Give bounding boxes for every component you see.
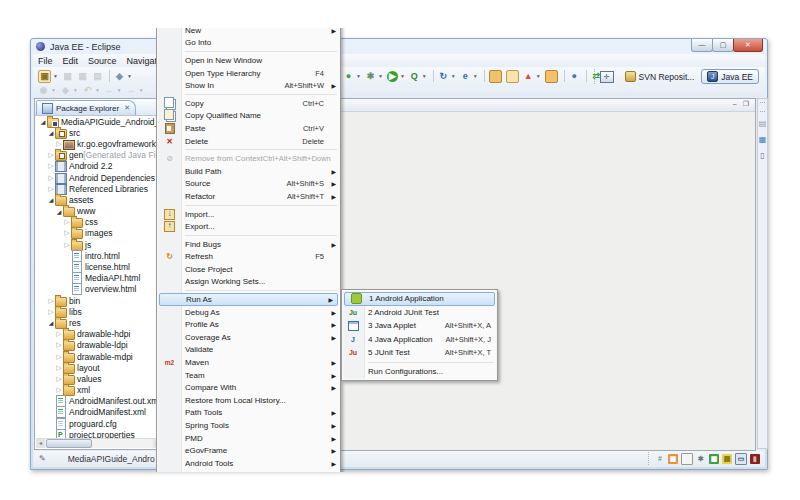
outline-icon[interactable]: ▦ — [758, 135, 767, 144]
expand-arrow-icon[interactable]: ▷ — [63, 218, 71, 226]
expand-arrow-icon[interactable]: ▷ — [55, 140, 63, 148]
collapse-arrow-icon[interactable]: ◢ — [55, 208, 63, 215]
tree-item-androidmanifest-out-xm[interactable]: AndroidManifest.out.xm — [36, 396, 162, 407]
menu-item-spring-tools[interactable]: Spring Tools▶ — [157, 419, 340, 432]
expand-arrow-icon[interactable]: ▷ — [47, 162, 55, 170]
expand-arrow-icon[interactable]: ▷ — [55, 375, 63, 383]
status-icon-5[interactable]: ▦ — [709, 454, 719, 464]
palette-icon[interactable]: ▯ — [758, 151, 767, 160]
expand-arrow-icon[interactable]: ▷ — [47, 297, 55, 305]
browser-icon[interactable]: e▼ — [459, 70, 479, 83]
printer-icon[interactable]: ▤ — [758, 119, 767, 128]
submenu-item-2-android-junit-test[interactable]: Ju2 Android JUnit Test — [342, 306, 497, 320]
menu-item-show-in[interactable]: Show InAlt+Shift+W▶ — [157, 79, 340, 92]
menu-item-open-in-new-window[interactable]: Open in New Window — [157, 54, 340, 67]
run-icon[interactable]: ▶▼ — [386, 70, 406, 83]
menu-item-refactor[interactable]: RefactorAlt+Shift+T▶ — [157, 190, 340, 203]
submenu-item-3-java-applet[interactable]: 3 Java AppletAlt+Shift+X, A — [342, 319, 497, 333]
collapse-arrow-icon[interactable]: ◢ — [47, 319, 55, 326]
expand-arrow-icon[interactable]: ▷ — [55, 341, 63, 349]
tree-item-mediaapi-html[interactable]: MediaAPI.html — [36, 273, 162, 284]
tree-item-xml[interactable]: ▷xml — [36, 385, 162, 396]
tree-item-android-dependencies[interactable]: ▷Android Dependencies — [36, 172, 162, 183]
collapse-arrow-icon[interactable]: ◢ — [39, 118, 47, 125]
tree-item-project-properties[interactable]: project.properties — [36, 429, 162, 438]
menu-item-android-tools[interactable]: Android Tools▶ — [157, 457, 340, 470]
world-icon[interactable]: ● — [568, 70, 581, 83]
tree-item-intro-html[interactable]: intro.html — [36, 250, 162, 261]
tree-item-android-2-2[interactable]: ▷Android 2.2 — [36, 161, 162, 172]
menu-item-paste[interactable]: PasteCtrl+V — [157, 122, 340, 135]
status-icon-4[interactable]: ✱ — [696, 454, 706, 464]
tree-item-layout[interactable]: ▷layout — [36, 362, 162, 373]
menu-item-team[interactable]: Team▶ — [157, 369, 340, 382]
menu-item-assign-working-sets---[interactable]: Assign Working Sets... — [157, 276, 340, 289]
perspective-tab-svn-reposit---[interactable]: SVN Reposit... — [620, 70, 700, 83]
menu-item-egovframe[interactable]: eGovFrame▶ — [157, 444, 340, 457]
collapse-arrow-icon[interactable]: ◢ — [47, 129, 55, 136]
expand-arrow-icon[interactable]: ▷ — [63, 241, 71, 249]
menu-item-configure[interactable]: Configure▶ — [157, 470, 340, 472]
tree-item-drawable-ldpi[interactable]: ▷drawable-ldpi — [36, 340, 162, 351]
submenu-item-5-junit-test[interactable]: Ju5 JUnit TestAlt+Shift+X, T — [342, 346, 497, 360]
minimize-button[interactable]: — — [691, 39, 713, 52]
expand-arrow-icon[interactable]: ▷ — [55, 353, 63, 361]
tree-item-res[interactable]: ◢res — [36, 317, 162, 328]
expand-arrow-icon[interactable]: ▷ — [63, 229, 71, 237]
expand-arrow-icon[interactable]: ▷ — [47, 151, 55, 159]
menu-item-new[interactable]: New▶ — [157, 28, 340, 37]
menu-item-import---[interactable]: ↓Import... — [157, 208, 340, 221]
horizontal-scrollbar[interactable]: ◄ ► — [36, 438, 162, 448]
tree-item-drawable-mdpi[interactable]: ▷drawable-mdpi — [36, 351, 162, 362]
tab-package-explorer[interactable]: Package Explorer ✕ — [36, 100, 136, 115]
open-perspective-icon[interactable]: ✛ — [600, 71, 614, 83]
menu-item-run-as[interactable]: Run As▶ — [159, 293, 338, 306]
import-folder-icon[interactable] — [488, 70, 503, 83]
tree-item-assets[interactable]: ◢assets — [36, 194, 162, 205]
status-icon-1[interactable]: # — [655, 454, 665, 464]
expand-arrow-icon[interactable]: ▷ — [47, 308, 55, 316]
status-icon-3[interactable] — [681, 453, 693, 465]
tree-item-src[interactable]: ◢src — [36, 127, 162, 138]
menu-item-copy[interactable]: CopyCtrl+C — [157, 97, 340, 110]
menu-item-maven[interactable]: m2Maven▶ — [157, 356, 340, 369]
menu-item-open-type-hierarchy[interactable]: Open Type HierarchyF4 — [157, 67, 340, 80]
tree-item-images[interactable]: ▷images — [36, 228, 162, 239]
tree-item-libs[interactable]: ▷libs — [36, 306, 162, 317]
tree-item-www[interactable]: ◢www — [36, 206, 162, 217]
debug-icon[interactable]: ✱▼ — [364, 70, 384, 83]
menu-item-export---[interactable]: ↑Export... — [157, 220, 340, 233]
expand-arrow-icon[interactable]: ▷ — [47, 185, 55, 193]
expand-arrow-icon[interactable]: ▷ — [55, 386, 63, 394]
debug-config-icon[interactable]: ◈▼ — [113, 70, 133, 83]
expand-arrow-icon[interactable]: ▷ — [47, 174, 55, 182]
tree-item-mediaapiguide-android-v1[interactable]: ◢MediaAPIGuide_Android_V1 — [36, 116, 162, 127]
tree-item-drawable-hdpi[interactable]: ▷drawable-hdpi — [36, 329, 162, 340]
menubar-item-source[interactable]: Source — [83, 56, 122, 66]
maximize-button[interactable]: ▢ — [712, 39, 734, 52]
close-button[interactable]: ✕ — [733, 39, 763, 52]
menu-item-profile-as[interactable]: Profile As▶ — [157, 318, 340, 331]
submenu-item-1-android-application[interactable]: 1 Android Application — [344, 292, 495, 306]
synchronize-icon[interactable]: ↻▼ — [437, 70, 457, 83]
menu-item-pmd[interactable]: PMD▶ — [157, 432, 340, 445]
menu-item-path-tools[interactable]: Path Tools▶ — [157, 407, 340, 420]
status-icon-7[interactable]: ▭ — [735, 453, 747, 465]
menu-item-remove-from-context[interactable]: ⊘Remove from ContextCtrl+Alt+Shift+Down — [157, 152, 340, 165]
tree-item-license-html[interactable]: license.html — [36, 261, 162, 272]
menu-item-close-project[interactable]: Close Project — [157, 263, 340, 276]
menu-item-debug-as[interactable]: Debug As▶ — [157, 306, 340, 319]
expand-arrow-icon[interactable]: ▷ — [55, 364, 63, 372]
tree-item-bin[interactable]: ▷bin — [36, 295, 162, 306]
tree-item-proguard-cfg[interactable]: proguard.cfg — [36, 418, 162, 429]
export-folder-icon[interactable] — [544, 70, 559, 83]
collapse-arrow-icon[interactable]: ◢ — [47, 196, 55, 203]
menu-item-coverage-as[interactable]: Coverage As▶ — [157, 331, 340, 344]
status-icon-6[interactable]: ▤ — [722, 454, 732, 464]
menu-item-go-into[interactable]: Go Into — [157, 37, 340, 50]
tree-item-kr-go-egovframework[interactable]: ▷kr.go.egovframework — [36, 138, 162, 149]
status-icon-8[interactable]: ▮ — [750, 454, 760, 464]
perspective-tab-java-ee[interactable]: JJava EE — [701, 69, 759, 84]
menu-item-refresh[interactable]: ↻RefreshF5 — [157, 251, 340, 264]
menu-item-compare-with[interactable]: Compare With▶ — [157, 381, 340, 394]
